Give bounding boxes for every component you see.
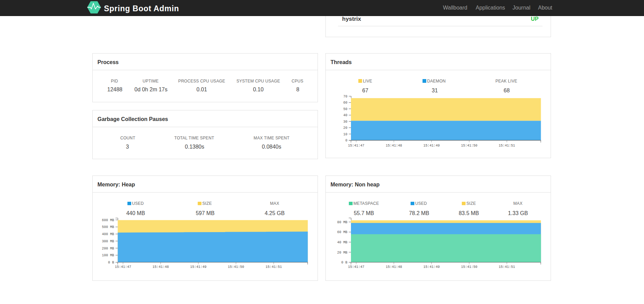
svg-text:10: 10 [343, 133, 347, 136]
svg-text:15:41:48: 15:41:48 [386, 265, 402, 269]
svg-text:15:41:50: 15:41:50 [461, 265, 477, 269]
svg-text:20: 20 [343, 126, 347, 130]
svg-text:15:41:51: 15:41:51 [499, 144, 515, 148]
svg-text:0 B: 0 B [108, 261, 114, 264]
svg-text:15:41:47: 15:41:47 [348, 265, 364, 269]
svg-text:200 MB: 200 MB [102, 247, 114, 250]
svg-text:400 MB: 400 MB [102, 232, 114, 236]
svg-text:300 MB: 300 MB [102, 240, 114, 243]
svg-text:0 B: 0 B [341, 261, 347, 264]
svg-text:15:41:50: 15:41:50 [228, 265, 244, 269]
svg-text:15:41:47: 15:41:47 [115, 265, 131, 269]
svg-text:15:41:51: 15:41:51 [499, 265, 515, 269]
svg-text:600 MB: 600 MB [102, 218, 114, 222]
svg-text:0: 0 [345, 139, 347, 142]
svg-text:80 MB: 80 MB [337, 221, 347, 224]
svg-text:40 MB: 40 MB [337, 241, 347, 244]
svg-text:15:41:48: 15:41:48 [152, 265, 169, 269]
svg-text:70: 70 [343, 95, 347, 98]
svg-text:60 MB: 60 MB [337, 230, 347, 234]
svg-text:15:41:47: 15:41:47 [348, 144, 364, 148]
svg-text:100 MB: 100 MB [102, 254, 114, 257]
svg-text:15:41:49: 15:41:49 [190, 265, 206, 269]
svg-text:500 MB: 500 MB [102, 225, 114, 229]
svg-text:40: 40 [343, 113, 347, 117]
svg-text:20 MB: 20 MB [337, 251, 347, 255]
svg-text:15:41:50: 15:41:50 [461, 144, 477, 148]
svg-text:50: 50 [343, 107, 347, 111]
svg-text:30: 30 [343, 120, 347, 124]
svg-text:15:41:49: 15:41:49 [423, 144, 440, 148]
svg-text:60: 60 [343, 101, 347, 105]
svg-text:15:41:49: 15:41:49 [423, 265, 440, 269]
svg-text:15:41:48: 15:41:48 [386, 144, 402, 148]
svg-text:15:41:51: 15:41:51 [265, 265, 282, 269]
